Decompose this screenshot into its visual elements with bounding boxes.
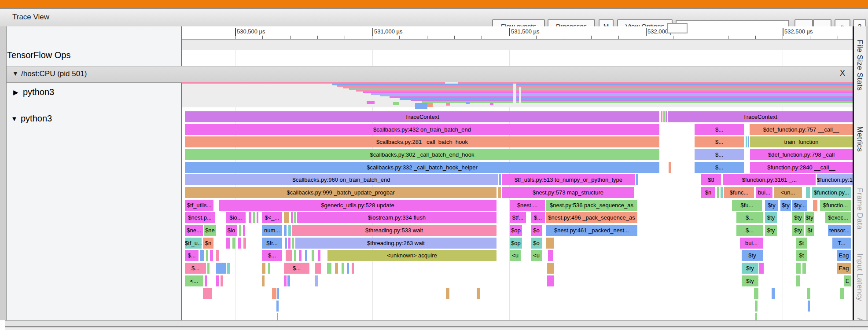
trace-event[interactable] (748, 136, 749, 147)
trace-event[interactable]: $function.py:3161 _... (723, 174, 816, 185)
trace-event[interactable] (666, 111, 667, 122)
trace-event[interactable] (284, 225, 287, 236)
trace-event[interactable]: $iostream.py:334 flush (297, 212, 497, 223)
trace-event[interactable] (206, 250, 208, 261)
trace-event[interactable] (669, 162, 671, 173)
trace-event[interactable] (216, 263, 226, 274)
trace-event[interactable]: $... (531, 212, 545, 223)
trace-event[interactable]: $generic_utils.py:528 update (219, 200, 497, 211)
trace-event[interactable] (352, 263, 354, 274)
trace-event[interactable]: $tf... (510, 212, 526, 223)
trace-event[interactable]: <unknown> acquire (327, 250, 497, 261)
trace-event[interactable]: $func... (724, 187, 754, 198)
trace-event[interactable] (315, 275, 318, 286)
trace-event[interactable] (286, 250, 292, 261)
trace-event[interactable] (746, 136, 747, 147)
trace-event[interactable] (262, 263, 265, 274)
trace-event[interactable]: $callbacks.py:999 _batch_update_progbar (185, 187, 497, 198)
trace-event[interactable] (312, 250, 314, 261)
trace-event[interactable]: $tf_utils... (185, 200, 213, 211)
trace-event[interactable]: $nest.... (510, 200, 545, 211)
trace-event[interactable] (210, 250, 213, 261)
trace-event[interactable]: E (844, 275, 851, 286)
trace-event[interactable]: $threading.py:263 wait (295, 238, 497, 249)
trace-event[interactable] (636, 174, 638, 185)
trace-event[interactable] (227, 263, 230, 274)
trace-event[interactable]: TraceContext (185, 111, 659, 122)
trace-event[interactable]: $n (203, 238, 213, 249)
trace-event[interactable]: $fu... (732, 200, 762, 211)
trace-event[interactable]: $t (796, 250, 807, 261)
trace-event[interactable]: $... (736, 212, 763, 223)
trace-event[interactable] (200, 250, 204, 261)
trace-event[interactable]: $def_function.py:798 _call (750, 149, 853, 160)
trace-event[interactable] (288, 238, 291, 249)
trace-event[interactable]: $o (531, 225, 542, 236)
trace-event[interactable] (802, 263, 806, 274)
trace-event[interactable]: $callbacks.py:432 on_train_batch_end (185, 124, 659, 135)
trace-event[interactable]: Eag (837, 250, 851, 261)
trace-event[interactable] (205, 275, 207, 286)
trace-event[interactable]: $o (531, 238, 542, 249)
trace-event[interactable]: $ty (742, 275, 758, 286)
trace-event[interactable] (239, 225, 241, 236)
trace-event[interactable] (477, 288, 480, 299)
trace-event[interactable]: Eag (837, 263, 851, 274)
trace-event[interactable] (840, 288, 844, 299)
trace-event[interactable]: $ty... (792, 200, 807, 211)
trace-event[interactable] (284, 212, 289, 223)
trace-event[interactable] (759, 263, 764, 274)
trace-event[interactable]: $ty (742, 250, 763, 261)
trace-event[interactable] (287, 275, 290, 286)
trace-event[interactable]: TraceContext (668, 111, 853, 122)
trace-event[interactable]: $n (701, 187, 715, 198)
trace-event[interactable] (291, 212, 293, 223)
trace-event[interactable] (721, 187, 723, 198)
trace-event[interactable]: $ty (780, 200, 791, 211)
trace-event[interactable] (808, 301, 810, 312)
trace-event[interactable] (249, 212, 251, 223)
trace-event[interactable] (315, 263, 321, 274)
trace-event[interactable]: $op (510, 238, 522, 249)
collapse-arrow-icon[interactable]: ▼ (12, 70, 18, 77)
trace-event[interactable] (661, 111, 662, 122)
trace-event[interactable] (268, 263, 270, 274)
trace-event[interactable] (216, 250, 219, 261)
trace-event[interactable] (772, 288, 775, 299)
trace-event[interactable]: $... (695, 136, 744, 147)
trace-event[interactable] (238, 238, 241, 249)
trace-event[interactable]: $tf (701, 174, 721, 185)
trace-event[interactable]: $ty (742, 263, 758, 274)
trace-event[interactable]: train_function (750, 136, 853, 147)
trace-event[interactable]: $callbacks.py:302 _call_batch_end_hook (185, 149, 659, 160)
trace-event[interactable] (342, 263, 344, 274)
trace-event[interactable]: $ty (765, 200, 778, 211)
trace-event[interactable] (285, 238, 287, 249)
trace-event[interactable]: $function.py:18... (817, 174, 853, 185)
trace-event[interactable]: $... (185, 250, 199, 261)
trace-event[interactable] (299, 250, 302, 261)
trace-event[interactable]: $t (796, 238, 807, 249)
trace-event[interactable]: $<_... (262, 212, 282, 223)
trace-event[interactable]: $nest.py:496 _pack_sequence_as (546, 212, 637, 223)
trace-event[interactable] (796, 263, 801, 274)
trace-event[interactable] (806, 187, 810, 198)
trace-event[interactable]: $... (695, 124, 744, 135)
trace-event[interactable]: $io... (226, 212, 246, 223)
trace-event[interactable] (796, 275, 800, 286)
trace-event[interactable] (203, 288, 212, 299)
trace-event[interactable]: $tf_utils.py:513 to_numpy_or_python_type (502, 174, 635, 185)
trace-event[interactable]: <un... (774, 187, 802, 198)
trace-event[interactable] (257, 212, 258, 223)
trace-event[interactable] (216, 275, 219, 286)
trace-event[interactable] (755, 313, 757, 320)
trace-event[interactable]: $nest.p... (185, 212, 215, 223)
trace-event[interactable]: <... (185, 275, 203, 286)
trace-event[interactable]: $callbacks.py:281 _call_batch_hook (185, 136, 659, 147)
trace-event[interactable] (253, 212, 255, 223)
trace-event[interactable]: $ty (765, 225, 777, 236)
trace-event[interactable]: $function.py... (812, 187, 851, 198)
trace-event[interactable] (221, 275, 223, 286)
trace-event[interactable]: tensor... (828, 225, 851, 236)
trace-event[interactable]: $exec... (825, 212, 851, 223)
